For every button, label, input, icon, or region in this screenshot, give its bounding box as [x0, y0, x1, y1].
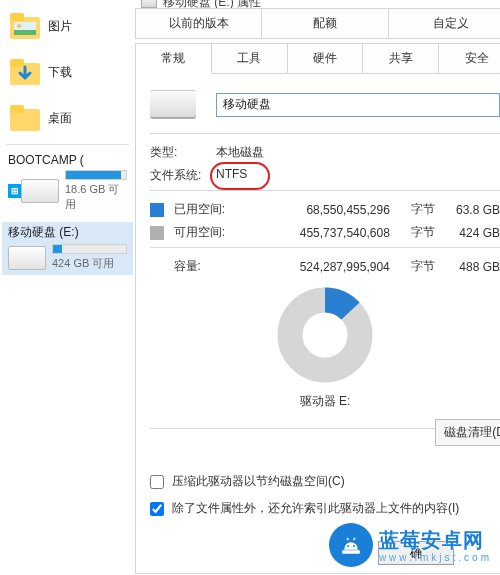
separator [150, 247, 500, 248]
compress-checkbox-row[interactable]: 压缩此驱动器以节约磁盘空间(C) [150, 473, 500, 490]
desktop-icon [8, 102, 42, 134]
type-value: 本地磁盘 [216, 144, 264, 161]
drive-title: 移动硬盘 (E:) [8, 224, 127, 241]
properties-dialog: 移动硬盘 (E:) 属性 以前的版本 配额 自定义 常规 工具 硬件 共享 安全… [135, 0, 500, 575]
usage-donut-chart [275, 285, 375, 385]
tab-custom[interactable]: 自定义 [389, 8, 500, 39]
dialog-title-bar: 移动硬盘 (E:) 属性 [135, 0, 500, 4]
index-checkbox-row[interactable]: 除了文件属性外，还允许索引此驱动器上文件的内容(I) [150, 500, 500, 517]
sidebar-divider [6, 144, 129, 145]
disk-icon [21, 179, 59, 203]
tab-previous-versions[interactable]: 以前的版本 [136, 8, 262, 39]
disk-icon [8, 246, 46, 270]
drive-subtext: 18.6 GB 可用 [65, 182, 127, 212]
capacity-human: 488 GB [441, 260, 500, 274]
capacity-label: 容量: [174, 258, 243, 275]
sidebar-item-pictures[interactable]: 图片 [8, 6, 127, 46]
disk-icon [141, 0, 157, 8]
separator [150, 133, 500, 134]
usage-bar [52, 244, 127, 254]
capacity-bytes: 524,287,995,904 [242, 260, 389, 274]
drive-letter-label: 驱动器 E: [150, 393, 500, 410]
disk-cleanup-button[interactable]: 磁盘清理(D) [435, 419, 500, 446]
drive-subtext: 424 GB 可用 [52, 256, 127, 271]
svg-rect-8 [10, 105, 24, 113]
general-panel: 类型:本地磁盘 文件系统: NTFS 已用空间: 68,550,455,296 … [135, 74, 500, 574]
volume-name-input[interactable] [216, 93, 500, 117]
sidebar-drive-bootcamp[interactable]: BOOTCAMP ( ⊞ 18.6 GB 可用 [2, 151, 133, 216]
svg-rect-1 [10, 13, 24, 21]
tab-tools[interactable]: 工具 [212, 43, 288, 74]
drive-title: BOOTCAMP ( [8, 153, 127, 167]
free-unit: 字节 [396, 224, 435, 241]
used-bytes: 68,550,455,296 [243, 203, 390, 217]
tab-general[interactable]: 常规 [136, 43, 212, 74]
svg-point-4 [17, 24, 21, 28]
large-disk-icon [150, 90, 196, 119]
compress-checkbox[interactable] [150, 475, 164, 489]
index-label: 除了文件属性外，还允许索引此驱动器上文件的内容(I) [172, 500, 459, 517]
tab-row-top: 以前的版本 配额 自定义 [135, 8, 500, 39]
free-bytes: 455,737,540,608 [243, 226, 390, 240]
windows-icon: ⊞ [8, 184, 22, 198]
pictures-icon [8, 10, 42, 42]
free-human: 424 GB [441, 226, 500, 240]
tab-sharing[interactable]: 共享 [363, 43, 439, 74]
explorer-sidebar: 图片 下载 桌面 BOOTCAMP ( ⊞ 18.6 GB 可用 移动硬盘 (E… [0, 0, 135, 575]
type-label: 类型: [150, 144, 216, 161]
sidebar-item-desktop[interactable]: 桌面 [8, 98, 127, 138]
sidebar-item-label: 下载 [48, 64, 72, 81]
filesystem-value: NTFS [216, 167, 247, 184]
tab-row-bottom: 常规 工具 硬件 共享 安全 [135, 43, 500, 74]
used-label: 已用空间: [174, 201, 243, 218]
downloads-icon [8, 56, 42, 88]
used-unit: 字节 [396, 201, 435, 218]
capacity-unit: 字节 [396, 258, 435, 275]
sidebar-item-label: 桌面 [48, 110, 72, 127]
compress-label: 压缩此驱动器以节约磁盘空间(C) [172, 473, 345, 490]
svg-rect-3 [14, 30, 36, 35]
filesystem-label: 文件系统: [150, 167, 216, 184]
tab-security[interactable]: 安全 [439, 43, 500, 74]
svg-rect-6 [10, 59, 24, 67]
index-checkbox[interactable] [150, 502, 164, 516]
separator [150, 190, 500, 191]
used-human: 63.8 GB [441, 203, 500, 217]
usage-bar [65, 170, 127, 180]
sidebar-drive-mobile[interactable]: 移动硬盘 (E:) 424 GB 可用 [2, 222, 133, 275]
tab-hardware[interactable]: 硬件 [288, 43, 364, 74]
used-color-swatch [150, 203, 164, 217]
sidebar-item-label: 图片 [48, 18, 72, 35]
free-label: 可用空间: [174, 224, 243, 241]
tab-quota[interactable]: 配额 [262, 8, 388, 39]
free-color-swatch [150, 226, 164, 240]
sidebar-item-downloads[interactable]: 下载 [8, 52, 127, 92]
ok-button[interactable]: 确 [378, 541, 454, 565]
